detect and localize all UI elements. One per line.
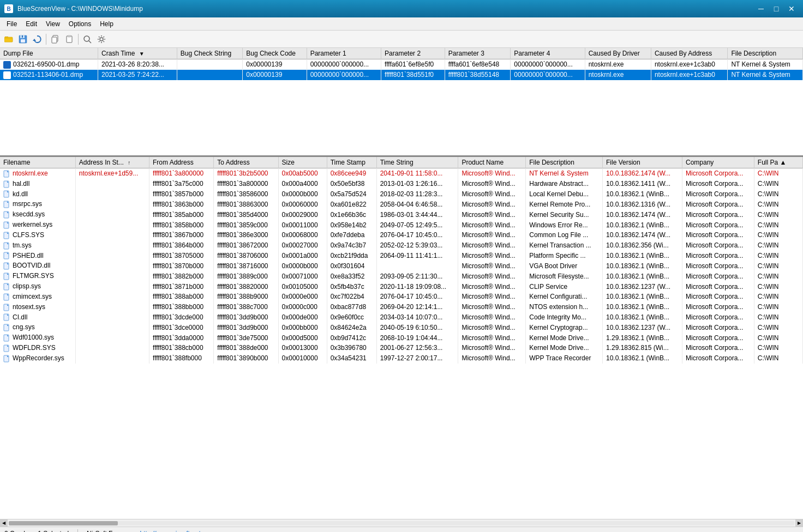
driver-table-header: Filename Address In St... ↑ From Address… [0, 157, 803, 168]
driver-table-row[interactable]: CLFS.SYSfffff801`3867b000fffff801`386e30… [0, 230, 803, 240]
driver-table-row[interactable]: ntoskrnl.exentoskrnl.exe+1d59...fffff801… [0, 168, 803, 179]
file-icon [3, 283, 11, 291]
toolbar-copy-btn[interactable] [49, 33, 62, 46]
toolbar-open-btn[interactable] [2, 33, 15, 46]
status-bar: 2 Crashes, 1 Selected NirSoft Freeware. … [0, 527, 803, 532]
file-icon [3, 344, 11, 352]
col-from-address[interactable]: From Address [149, 157, 214, 168]
toolbar-settings-btn[interactable] [95, 33, 108, 46]
col-crash-time[interactable]: Crash Time ▼ [98, 48, 177, 59]
toolbar-search-btn[interactable] [81, 33, 94, 46]
file-icon [3, 252, 11, 259]
col-time-stamp[interactable]: Time Stamp [327, 157, 376, 168]
crash-scrollbar[interactable]: ◀ ▶ [0, 519, 803, 527]
col-param2[interactable]: Parameter 2 [381, 48, 445, 59]
toolbar-save-btn[interactable] [16, 33, 29, 46]
toolbar-separator-2 [78, 34, 79, 45]
file-icon [3, 170, 11, 178]
col-param4[interactable]: Parameter 4 [511, 48, 585, 59]
file-icon [3, 262, 11, 270]
driver-table-row[interactable]: Wdf01000.sysfffff801`3dda0000fffff801`3d… [0, 332, 803, 343]
file-icon [3, 180, 11, 188]
col-caused-driver[interactable]: Caused By Driver [585, 48, 651, 59]
svg-line-13 [89, 41, 91, 43]
scroll-right-btn[interactable]: ▶ [795, 519, 803, 527]
driver-table-row[interactable]: kd.dllfffff801`3857b000fffff801`38586000… [0, 189, 803, 200]
toolbar-separator-1 [46, 34, 46, 45]
crash-table-body: 032621-69500-01.dmp2021-03-26 8:20:38...… [0, 59, 803, 80]
driver-table-row[interactable]: WDFLDR.SYSfffff801`388cb000fffff801`388d… [0, 343, 803, 353]
col-time-string[interactable]: Time String [376, 157, 458, 168]
crash-table-row[interactable]: 032621-69500-01.dmp2021-03-26 8:20:38...… [0, 59, 803, 70]
col-dump-file[interactable]: Dump File [0, 48, 98, 59]
driver-table-row[interactable]: ntosext.sysfffff801`388bb000fffff801`388… [0, 302, 803, 312]
app-icon: B [4, 4, 13, 13]
driver-table-row[interactable]: tm.sysfffff801`3864b000fffff801`38672000… [0, 240, 803, 251]
window-title: BlueScreenView - C:\WINDOWS\Minidump [17, 5, 143, 13]
driver-panel[interactable]: Filename Address In St... ↑ From Address… [0, 157, 803, 519]
maximize-button[interactable]: □ [769, 3, 783, 14]
driver-table-row[interactable]: hal.dllfffff801`3a75c000fffff801`3a80000… [0, 179, 803, 189]
scroll-left-btn[interactable]: ◀ [0, 519, 8, 527]
col-size[interactable]: Size [278, 157, 327, 168]
col-company[interactable]: Company [682, 157, 754, 168]
driver-table-row[interactable]: CI.dllfffff801`3dcde000fffff801`3dd9b000… [0, 312, 803, 323]
menu-file[interactable]: File [2, 19, 21, 29]
driver-table-row[interactable]: clipsp.sysfffff801`3871b000fffff801`3882… [0, 281, 803, 292]
col-address-in-stack[interactable]: Address In St... ↑ [75, 157, 149, 168]
status-url[interactable]: http://www.nirsoft.net [140, 530, 200, 533]
file-icon [3, 313, 11, 321]
driver-table-row[interactable]: FLTMGR.SYSfffff801`3882b000fffff801`3889… [0, 271, 803, 281]
col-full-path[interactable]: Full Pa ▲ [754, 157, 802, 168]
driver-table-row[interactable]: cng.sysfffff801`3dce0000fffff801`3dd9b00… [0, 322, 803, 332]
col-bug-check-code[interactable]: Bug Check Code [243, 48, 307, 59]
file-icon [3, 324, 11, 331]
col-param1[interactable]: Parameter 1 [307, 48, 381, 59]
file-icon [3, 355, 11, 362]
driver-table-row[interactable]: cmimcext.sysfffff801`388ab000fffff801`38… [0, 292, 803, 302]
menu-edit[interactable]: Edit [21, 19, 41, 29]
menu-view[interactable]: View [41, 19, 64, 29]
status-crash-count: 2 Crashes, 1 Selected [4, 530, 69, 533]
toolbar-paste-btn[interactable] [63, 33, 76, 46]
toolbar-reload-btn[interactable] [31, 33, 44, 46]
toolbar [0, 31, 803, 48]
file-icon [3, 293, 11, 301]
col-file-version[interactable]: File Version [603, 157, 682, 168]
driver-table-row[interactable]: werkernel.sysfffff801`3858b000fffff801`3… [0, 220, 803, 230]
col-caused-address[interactable]: Caused By Address [651, 48, 728, 59]
status-divider [77, 529, 78, 533]
scroll-track [9, 521, 794, 525]
crash-panel[interactable]: Dump File Crash Time ▼ Bug Check String … [0, 48, 803, 157]
col-file-description[interactable]: File Description [526, 157, 603, 168]
driver-table-row[interactable]: msrpc.sysfffff801`3863b000fffff801`38863… [0, 199, 803, 209]
minimize-button[interactable]: ─ [754, 3, 768, 14]
driver-table-row[interactable]: ksecdd.sysfffff801`385ab000fffff801`385d… [0, 209, 803, 220]
menu-options[interactable]: Options [64, 19, 95, 29]
title-bar: B BlueScreenView - C:\WINDOWS\Minidump ─… [0, 0, 803, 17]
col-to-address[interactable]: To Address [214, 157, 278, 168]
col-bug-check-string[interactable]: Bug Check String [177, 48, 242, 59]
col-file-desc[interactable]: File Description [728, 48, 803, 59]
col-param3[interactable]: Parameter 3 [445, 48, 511, 59]
status-freeware: NirSoft Freeware. http://www.nirsoft.net [87, 530, 201, 533]
menu-help[interactable]: Help [95, 19, 118, 29]
file-icon [3, 221, 11, 229]
driver-table-row[interactable]: BOOTVID.dllfffff801`3870b000fffff801`387… [0, 261, 803, 271]
driver-table-row[interactable]: PSHED.dllfffff801`38705000fffff801`38706… [0, 251, 803, 261]
file-icon [3, 201, 11, 208]
file-icon [3, 304, 11, 311]
close-button[interactable]: ✕ [784, 3, 799, 14]
crash-table-row[interactable]: 032521-113406-01.dmp2021-03-25 7:24:22..… [0, 70, 803, 80]
svg-point-14 [100, 38, 103, 41]
scroll-thumb[interactable] [9, 521, 118, 525]
svg-rect-5 [21, 39, 25, 43]
file-icon [3, 273, 11, 280]
file-icon [3, 334, 11, 342]
svg-rect-9 [52, 37, 57, 43]
crash-table-header: Dump File Crash Time ▼ Bug Check String … [0, 48, 803, 59]
svg-point-12 [84, 36, 89, 41]
col-product-name[interactable]: Product Name [458, 157, 526, 168]
driver-table-row[interactable]: WppRecorder.sysfffff801`388fb000fffff801… [0, 353, 803, 364]
col-filename[interactable]: Filename [0, 157, 75, 168]
